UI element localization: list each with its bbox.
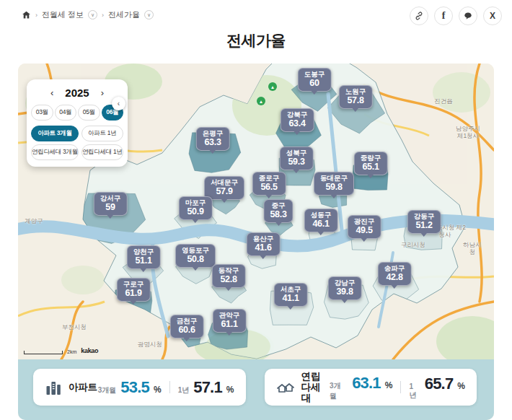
breadcrumb-item-rent-info[interactable]: 전월세 정보: [42, 9, 84, 20]
district-badge[interactable]: 양천구51.1: [127, 245, 161, 269]
district-badge[interactable]: 종로구56.5: [252, 172, 286, 196]
chevron-down-icon[interactable]: ∨: [88, 10, 97, 19]
district-name: 노원구: [345, 87, 366, 95]
page-header: › 전월세 정보 ∨ › 전세가율 ∨ f X 전세가: [0, 0, 512, 64]
district-name: 구로구: [123, 280, 144, 288]
filter-pill[interactable]: 연립다세대 1년: [81, 144, 123, 160]
apartment-3m-value: 53.5: [120, 378, 149, 397]
district-name: 종로구: [259, 174, 280, 182]
breadcrumb: › 전월세 정보 ∨ › 전세가율 ∨: [22, 9, 154, 20]
district-name: 도봉구: [304, 70, 325, 78]
apartment-1y-value: 57.1: [193, 378, 222, 397]
district-badge[interactable]: 마포구50.9: [179, 196, 213, 220]
kakao-share-button[interactable]: [459, 6, 477, 25]
district-badge[interactable]: 강동구51.2: [407, 210, 441, 234]
month-pill[interactable]: 03월: [31, 105, 53, 121]
page-title: 전세가율: [0, 30, 512, 51]
district-badge[interactable]: 송파구42.8: [378, 262, 412, 286]
x-icon: X: [490, 11, 495, 21]
district-value: 52.8: [219, 274, 239, 285]
district-badge[interactable]: 중랑구65.1: [354, 152, 388, 175]
district-badge[interactable]: 동작구52.8: [212, 264, 246, 288]
district-badge[interactable]: 강남구39.8: [328, 276, 362, 300]
filter-pills: 아파트 3개월아파트 1년연립다세대 3개월연립다세대 1년: [31, 126, 123, 160]
chevron-right-icon: ›: [102, 12, 104, 19]
link-share-button[interactable]: [410, 6, 428, 25]
district-badge[interactable]: 관악구61.1: [213, 309, 247, 333]
district-value: 49.5: [354, 225, 375, 236]
district-badge[interactable]: 성동구46.1: [304, 209, 338, 232]
district-value: 61.1: [219, 319, 240, 330]
district-name: 양천구: [133, 248, 154, 255]
kakao-icon: [463, 11, 473, 21]
month-pill[interactable]: 04월: [55, 105, 77, 121]
district-badge[interactable]: 도봉구60: [298, 68, 332, 92]
year-next-button[interactable]: ›: [101, 88, 104, 97]
month-pill[interactable]: 05월: [78, 105, 100, 121]
district-value: 63.4: [287, 118, 308, 129]
district-name: 강남구: [335, 279, 356, 286]
apartment-summary-card: 아파트 3개월 53.5 % 1년 57.1 %: [33, 369, 246, 406]
district-badge[interactable]: 구로구61.9: [117, 278, 151, 302]
district-value: 39.8: [335, 286, 356, 297]
panel-collapse-button[interactable]: ‹: [112, 97, 125, 110]
rowhouse-icon: [276, 379, 295, 396]
district-badge[interactable]: 동대문구59.8: [314, 172, 354, 196]
breadcrumb-item-jeonse-ratio[interactable]: 전세가율: [108, 9, 140, 20]
home-icon[interactable]: [22, 10, 31, 19]
kakao-logo[interactable]: kakao: [81, 347, 98, 354]
district-value: 50.9: [185, 206, 206, 217]
rowhouse-3m-value: 63.1: [352, 374, 381, 393]
summary-strip: 아파트 3개월 53.5 % 1년 57.1 %: [18, 359, 494, 420]
district-badge[interactable]: 성북구59.3: [280, 146, 314, 170]
jeonse-ratio-map-section: ▲ ▲ 덕양구계양구부천시청광명시청구리시청남양주시청 제2청사하남시청남양주시…: [18, 64, 494, 420]
district-badge[interactable]: 용산구41.6: [247, 232, 281, 256]
filter-pill[interactable]: 아파트 1년: [81, 126, 123, 141]
district-badge[interactable]: 중구58.3: [263, 199, 293, 223]
year-selector: ‹ 2025 ›: [31, 85, 123, 105]
district-name: 성북구: [286, 149, 307, 157]
district-value: 46.1: [311, 219, 332, 229]
district-value: 51.1: [133, 255, 154, 266]
district-badge[interactable]: 강북구63.4: [281, 108, 314, 132]
district-badge[interactable]: 영등포구50.8: [175, 244, 216, 268]
rowhouse-1y-value: 65.7: [425, 375, 454, 393]
district-name: 영등포구: [182, 246, 209, 254]
district-value: 50.8: [182, 254, 209, 265]
apartment-3m-metric: 3개월 53.5 %: [98, 378, 162, 397]
district-value: 61.9: [123, 288, 144, 299]
district-badge[interactable]: 금천구60.6: [170, 315, 204, 338]
rowhouse-summary-card: 연립 다세대 3개월 63.1 % 1년 65.7 %: [265, 369, 477, 406]
x-share-button[interactable]: X: [483, 6, 502, 25]
district-name: 동작구: [219, 266, 239, 274]
filter-pill[interactable]: 아파트 3개월: [31, 126, 79, 141]
district-value: 65.1: [361, 162, 381, 172]
district-value: 59.8: [320, 182, 348, 193]
district-value: 51.2: [414, 220, 435, 231]
district-badge[interactable]: 서대문구57.9: [204, 176, 244, 200]
district-name: 강북구: [287, 110, 308, 118]
district-name: 강서구: [100, 194, 121, 202]
district-value: 60.6: [177, 325, 198, 336]
map-footer: 2km kakao: [24, 347, 98, 354]
chevron-down-icon[interactable]: ∨: [144, 10, 154, 19]
year-prev-button[interactable]: ‹: [50, 88, 53, 97]
district-value: 60: [304, 78, 325, 89]
district-badge[interactable]: 강서구59: [94, 192, 128, 216]
district-badge[interactable]: 서초구41.1: [274, 283, 308, 307]
district-value: 57.8: [345, 95, 366, 106]
apartment-1y-metric: 1년 57.1 %: [178, 378, 234, 397]
filter-pill[interactable]: 연립다세대 3개월: [31, 144, 79, 160]
facebook-share-button[interactable]: f: [434, 6, 453, 25]
district-value: 63.3: [203, 137, 224, 148]
district-badge[interactable]: 은평구63.3: [196, 127, 230, 151]
district-name: 광진구: [354, 217, 375, 225]
chevron-right-icon: ›: [35, 12, 37, 19]
district-name: 동대문구: [320, 174, 348, 182]
district-badge[interactable]: 광진구49.5: [348, 215, 381, 239]
district-value: 59: [100, 202, 121, 213]
map-canvas[interactable]: ▲ ▲ 덕양구계양구부천시청광명시청구리시청남양주시청 제2청사하남시청남양주시…: [18, 64, 494, 359]
facebook-icon: f: [442, 10, 446, 22]
district-name: 송파구: [384, 264, 405, 272]
district-badge[interactable]: 노원구57.8: [339, 85, 373, 109]
